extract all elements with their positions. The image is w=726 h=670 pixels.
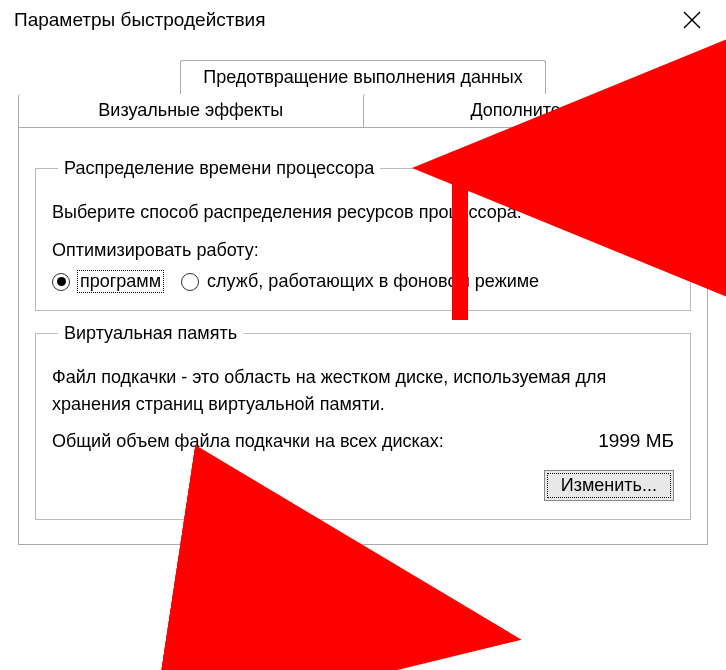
optimize-label: Оптимизировать работу: xyxy=(52,240,674,261)
radio-programs-label: программ xyxy=(78,271,163,292)
tab-visual-effects[interactable]: Визуальные эффекты xyxy=(18,94,363,127)
vmem-description: Файл подкачки - это область на жестком д… xyxy=(52,364,674,418)
radio-icon xyxy=(181,273,199,291)
group-title: Распределение времени процессора xyxy=(58,158,380,179)
group-processor-scheduling: Распределение времени процессора Выберит… xyxy=(35,158,691,311)
radio-programs[interactable]: программ xyxy=(52,271,163,292)
svg-line-5 xyxy=(225,595,490,635)
annotation-arrow-right-icon xyxy=(220,580,520,664)
close-button[interactable] xyxy=(672,0,712,40)
scheduling-description: Выберите способ распределения ресурсов п… xyxy=(52,199,674,226)
radio-icon xyxy=(52,273,70,291)
tab-advanced[interactable]: Дополнительно xyxy=(363,94,709,127)
window-title: Параметры быстродействия xyxy=(14,9,265,31)
radio-services-label: служб, работающих в фоновом режиме xyxy=(207,271,539,292)
vmem-total-value: 1999 МБ xyxy=(598,430,674,452)
group-virtual-memory: Виртуальная память Файл подкачки - это о… xyxy=(35,323,691,520)
tab-panel-advanced: Распределение времени процессора Выберит… xyxy=(18,128,708,545)
tab-strip: Предотвращение выполнения данных Визуаль… xyxy=(18,60,708,128)
radio-background-services[interactable]: служб, работающих в фоновом режиме xyxy=(181,271,539,292)
group-title: Виртуальная память xyxy=(58,323,243,344)
close-icon xyxy=(683,11,701,29)
vmem-total-label: Общий объем файла подкачки на всех диска… xyxy=(52,431,444,452)
tab-dep[interactable]: Предотвращение выполнения данных xyxy=(180,60,546,94)
window-titlebar: Параметры быстродействия xyxy=(0,0,726,40)
change-button[interactable]: Изменить... xyxy=(544,470,674,501)
